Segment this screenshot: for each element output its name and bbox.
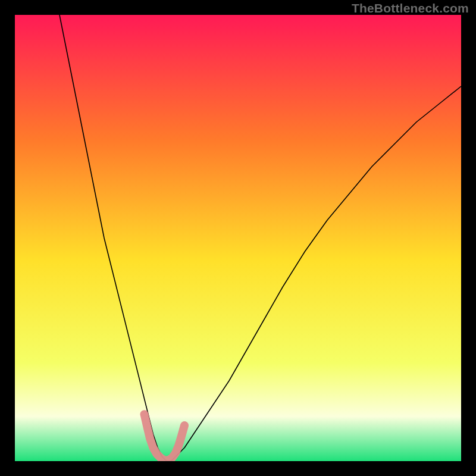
chart-frame xyxy=(15,15,461,461)
attribution-text: TheBottleneck.com xyxy=(352,1,469,15)
gradient-background xyxy=(15,15,461,461)
bottleneck-chart xyxy=(15,15,461,461)
